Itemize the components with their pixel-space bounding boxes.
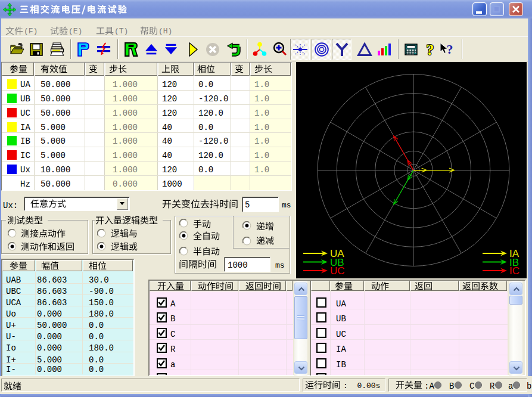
svg-text:?: ? [427, 42, 434, 57]
svg-text:?: ? [447, 42, 453, 57]
svg-text:IC: IC [509, 265, 519, 277]
svg-text:UC: UC [330, 265, 345, 277]
